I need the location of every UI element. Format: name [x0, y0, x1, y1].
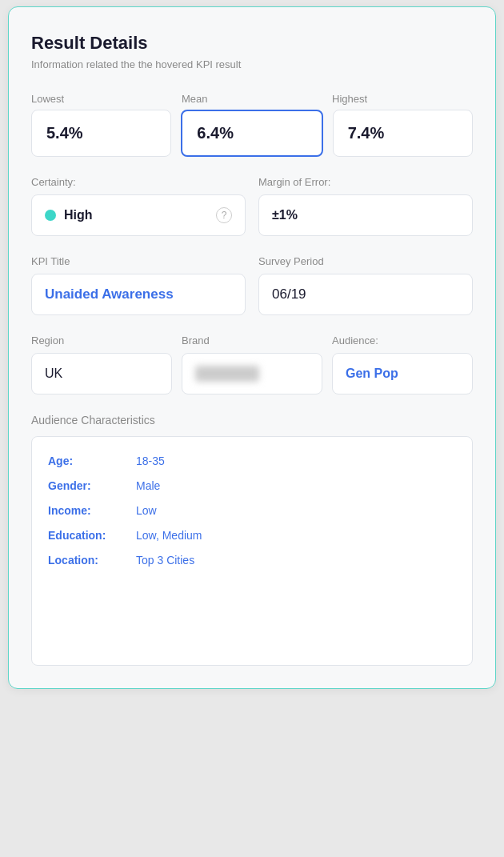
survey-label: Survey Period	[258, 255, 473, 267]
audience-row-label: Education:	[48, 527, 136, 544]
audience-characteristics-title: Audience Characteristics	[31, 414, 473, 426]
lowest-label: Lowest	[31, 93, 172, 105]
region-section: Region UK	[31, 334, 172, 394]
kpi-section: KPI Title Unaided Awareness	[31, 255, 246, 315]
margin-label: Margin of Error:	[258, 176, 473, 188]
mean-label: Mean	[182, 93, 322, 105]
survey-box: 06/19	[258, 274, 473, 315]
audience-row-value: 18-35	[136, 453, 202, 470]
audience-row-label: Income:	[48, 503, 136, 519]
kpi-survey-row: KPI Title Unaided Awareness Survey Perio…	[31, 255, 473, 315]
audience-characteristics-section: Audience Characteristics Age:Gender:Inco…	[31, 414, 473, 666]
lowest-value: 5.4%	[46, 124, 83, 142]
audience-field-value: Gen Pop	[346, 366, 398, 381]
region-brand-audience-row: Region UK Brand Audience: Gen Pop	[31, 334, 473, 394]
region-label: Region	[31, 334, 172, 346]
stat-labels-row: Lowest Mean Highest	[31, 93, 473, 105]
highest-value: 7.4%	[348, 124, 385, 142]
card-subtitle: Information related the the hovered KPI …	[31, 58, 473, 70]
margin-section: Margin of Error: ±1%	[258, 176, 473, 236]
audience-field-section: Audience: Gen Pop	[332, 334, 473, 394]
survey-section: Survey Period 06/19	[258, 255, 473, 315]
audience-row-value: Low, Medium	[136, 527, 202, 544]
certainty-dot	[45, 210, 56, 221]
brand-box	[182, 353, 322, 394]
margin-value: ±1%	[272, 208, 298, 222]
margin-box: ±1%	[258, 194, 473, 236]
card-title: Result Details	[31, 33, 473, 54]
audience-row-value: Top 3 Cities	[136, 552, 202, 569]
audience-characteristics-table: Age:Gender:Income:Education:Location: 18…	[31, 436, 473, 666]
highest-value-box: 7.4%	[333, 110, 473, 157]
audience-row-value: Low	[136, 503, 202, 519]
kpi-box: Unaided Awareness	[31, 274, 246, 315]
audience-field-label: Audience:	[332, 334, 473, 346]
brand-label: Brand	[182, 334, 322, 346]
highest-label: Highest	[332, 93, 473, 105]
region-box: UK	[31, 353, 172, 394]
certainty-help-icon[interactable]: ?	[216, 207, 232, 223]
stat-values-row: 5.4% 6.4% 7.4%	[31, 110, 473, 157]
brand-section: Brand	[182, 334, 322, 394]
certainty-value: High	[64, 208, 208, 222]
lowest-value-box: 5.4%	[31, 110, 171, 157]
audience-labels-col: Age:Gender:Income:Education:Location:	[48, 453, 136, 569]
certainty-margin-row: Certainty: High ? Margin of Error: ±1%	[31, 176, 473, 236]
mean-value-box: 6.4%	[181, 110, 322, 157]
region-value: UK	[45, 366, 62, 381]
brand-value-blurred	[195, 366, 259, 382]
certainty-box: High ?	[31, 194, 246, 236]
audience-values-col: 18-35MaleLowLow, MediumTop 3 Cities	[136, 453, 202, 569]
audience-row-label: Location:	[48, 552, 136, 569]
audience-field-box: Gen Pop	[332, 353, 473, 394]
certainty-label: Certainty:	[31, 176, 246, 188]
audience-row-value: Male	[136, 478, 202, 495]
survey-value: 06/19	[272, 286, 306, 302]
kpi-value: Unaided Awareness	[45, 286, 174, 302]
certainty-section: Certainty: High ?	[31, 176, 246, 236]
kpi-label: KPI Title	[31, 255, 246, 267]
mean-value: 6.4%	[197, 124, 234, 142]
audience-row-label: Gender:	[48, 478, 136, 495]
audience-row-label: Age:	[48, 453, 136, 470]
result-details-card: Result Details Information related the t…	[8, 6, 496, 689]
